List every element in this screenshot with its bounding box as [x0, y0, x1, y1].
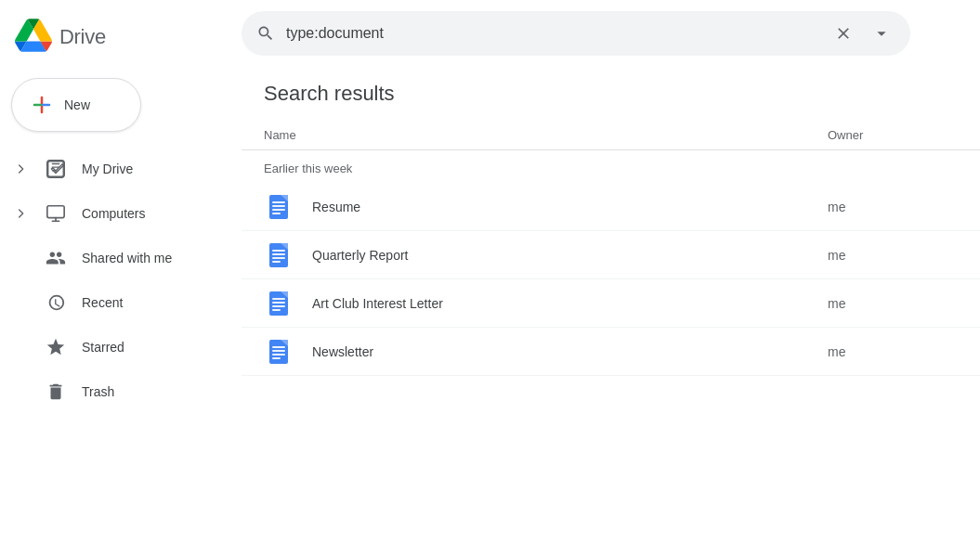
new-button-label: New [64, 97, 90, 112]
starred-label: Starred [82, 340, 124, 355]
search-icon [256, 24, 275, 43]
svg-rect-15 [272, 261, 281, 263]
svg-rect-26 [272, 354, 285, 356]
app-title: Drive [59, 25, 106, 49]
table-header: Name Owner [242, 121, 980, 150]
svg-rect-6 [272, 201, 285, 203]
section-earlier-this-week: Earlier this week [242, 150, 980, 183]
column-name-header: Name [264, 128, 828, 142]
doc-icon-newsletter [264, 335, 297, 368]
column-owner-header: Owner [828, 128, 958, 142]
file-row-art-club[interactable]: Art Club Interest Letter me [242, 279, 980, 328]
svg-rect-12 [272, 250, 285, 252]
svg-rect-19 [272, 302, 285, 304]
trash-icon [45, 381, 67, 403]
svg-rect-8 [272, 209, 285, 211]
my-drive-icon [45, 158, 67, 180]
recent-label: Recent [82, 295, 123, 310]
recent-icon [45, 291, 67, 314]
computers-label: Computers [82, 206, 145, 221]
shared-with-me-icon [45, 247, 67, 269]
file-owner-newsletter: me [828, 344, 958, 359]
search-bar: type:document [242, 11, 910, 56]
file-name-resume: Resume [312, 200, 828, 214]
sidebar-item-shared-with-me[interactable]: ▶ Shared with me [0, 236, 227, 280]
svg-rect-25 [272, 350, 285, 352]
svg-rect-4 [47, 206, 64, 218]
search-clear-button[interactable] [830, 20, 856, 46]
svg-rect-20 [272, 305, 285, 307]
doc-icon-quarterly-report [264, 239, 297, 272]
search-results-title: Search results [242, 82, 980, 121]
svg-rect-18 [272, 298, 285, 300]
logo-area: Drive [0, 9, 242, 72]
main-content: type:document Search results Name Owner … [242, 0, 980, 543]
file-name-art-club: Art Club Interest Letter [312, 296, 828, 311]
doc-icon-art-club [264, 287, 297, 320]
file-row-newsletter[interactable]: Newsletter me [242, 328, 980, 376]
svg-rect-14 [272, 257, 285, 259]
file-name-quarterly-report: Quarterly Report [312, 248, 828, 263]
drive-logo-icon [15, 19, 52, 56]
sidebar-item-computers[interactable]: Computers [0, 191, 227, 236]
sidebar-item-recent[interactable]: ▶ Recent [0, 280, 227, 325]
shared-with-me-label: Shared with me [82, 251, 172, 265]
sidebar: Drive New My Drive Computers [0, 0, 242, 543]
trash-label: Trash [82, 384, 114, 399]
expand-arrow-computers [11, 204, 30, 223]
expand-arrow-my-drive [11, 160, 30, 178]
header: type:document [242, 0, 980, 67]
file-owner-quarterly-report: me [828, 248, 958, 263]
svg-rect-27 [272, 357, 281, 359]
new-button[interactable]: New [11, 78, 141, 132]
content-area: Search results Name Owner Earlier this w… [242, 67, 980, 543]
file-row-quarterly-report[interactable]: Quarterly Report me [242, 231, 980, 279]
plus-icon [31, 94, 53, 116]
file-name-newsletter: Newsletter [312, 344, 828, 359]
svg-rect-21 [272, 309, 281, 311]
sidebar-item-my-drive[interactable]: My Drive [0, 147, 227, 191]
search-filter-button[interactable] [868, 19, 895, 47]
svg-rect-9 [272, 213, 281, 214]
svg-rect-13 [272, 253, 285, 255]
svg-rect-3 [47, 161, 64, 177]
file-owner-art-club: me [828, 296, 958, 311]
sidebar-item-starred[interactable]: ▶ Starred [0, 325, 227, 369]
starred-icon [45, 336, 67, 358]
svg-rect-7 [272, 205, 285, 207]
svg-rect-24 [272, 346, 285, 348]
doc-icon-resume [264, 190, 297, 224]
file-owner-resume: me [828, 200, 958, 214]
search-input[interactable]: type:document [286, 25, 819, 42]
my-drive-label: My Drive [82, 162, 133, 176]
file-row-resume[interactable]: Resume me [242, 183, 980, 231]
sidebar-item-trash[interactable]: ▶ Trash [0, 369, 227, 414]
computers-icon [45, 202, 67, 225]
